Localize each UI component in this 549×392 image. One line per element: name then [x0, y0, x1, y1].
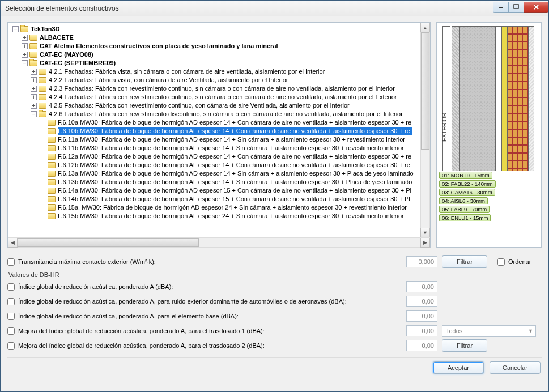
window-title: Selección de elementos constructivos: [5, 5, 493, 12]
collapse-icon[interactable]: −: [31, 111, 37, 117]
scroll-right-icon[interactable]: ▶: [420, 238, 430, 248]
folder-icon: [29, 35, 37, 41]
file-icon: [48, 171, 56, 177]
expand-icon[interactable]: +: [22, 52, 28, 58]
tree-item[interactable]: 4.2.1 Fachadas: Fábrica vista, sin cámar…: [49, 67, 325, 76]
dbhr-check-5[interactable]: [7, 342, 15, 350]
file-icon: [48, 179, 56, 185]
transmitancia-value[interactable]: [406, 256, 437, 267]
legend-item: 03: CAMA16 - 30mm: [439, 189, 495, 196]
tree-view[interactable]: −TekTon3D +ALBACETE +CAT Afelma Elemento…: [8, 23, 420, 237]
transmitancia-checkbox[interactable]: [7, 258, 15, 266]
tree-leaf[interactable]: F.6.14b MW30: Fábrica de bloque de hormi…: [58, 195, 410, 203]
tree-leaf[interactable]: F.6.14a MW30: Fábrica de bloque de hormi…: [58, 186, 411, 195]
scroll-up-icon[interactable]: ▲: [420, 23, 430, 32]
tree-leaf-selected[interactable]: F.6.10b MW30: Fábrica de bloque de hormi…: [58, 127, 412, 135]
tree-leaf[interactable]: F.6.15b MW30: Fábrica de bloque de hormi…: [58, 212, 404, 220]
dialog-footer: Aceptar Cancelar: [7, 357, 542, 374]
filtrar-button-2[interactable]: Filtrar: [442, 339, 487, 352]
tree-leaf[interactable]: F.6.11a MW30: Fábrica de bloque de hormi…: [58, 135, 405, 144]
tree-vertical-scrollbar[interactable]: ▲ ▼: [420, 23, 430, 237]
transmitancia-label: Transmitancia máxima contacto exterior (…: [18, 258, 156, 265]
titlebar[interactable]: Selección de elementos constructivos: [1, 1, 548, 16]
ordenar-checkbox[interactable]: [497, 258, 505, 266]
expand-icon[interactable]: +: [31, 69, 37, 75]
scroll-down-icon[interactable]: ▼: [420, 228, 430, 237]
ordenar-label: Ordenar: [508, 258, 531, 265]
maximize-button[interactable]: [508, 2, 524, 13]
tree-item[interactable]: 4.2.5 Fachadas: Fábrica con revestimient…: [49, 101, 350, 110]
tree-horizontal-scrollbar[interactable]: ◀ ▶: [8, 237, 430, 247]
dbhr-value-2[interactable]: [406, 296, 437, 307]
filtrar-button-1[interactable]: Filtrar: [442, 255, 487, 268]
dbhr-check-4[interactable]: [7, 327, 15, 335]
dbhr-check-3[interactable]: [7, 313, 15, 320]
dbhr-check-2[interactable]: [7, 298, 15, 305]
tree-item[interactable]: CAT-EC (SEPTIEMBRE09): [40, 59, 116, 67]
dbhr-check-1[interactable]: [7, 283, 15, 291]
transmitancia-row: Transmitancia máxima contacto exterior (…: [7, 258, 402, 266]
file-icon: [48, 196, 56, 202]
svg-rect-0: [499, 7, 503, 8]
collapse-icon[interactable]: −: [12, 26, 19, 32]
close-button[interactable]: [524, 2, 548, 13]
legend-item: 04: AISL6 - 30mm: [439, 197, 488, 204]
expand-icon[interactable]: +: [31, 94, 37, 100]
legend-item: 02: FABL22 - 140mm: [439, 180, 496, 188]
expand-icon[interactable]: +: [31, 77, 37, 83]
expand-icon[interactable]: +: [31, 86, 37, 92]
folder-icon: [29, 60, 37, 66]
expand-icon[interactable]: +: [31, 103, 37, 109]
folder-icon: [39, 103, 46, 109]
scroll-thumb[interactable]: [18, 238, 199, 247]
collapse-icon[interactable]: −: [22, 60, 28, 66]
dbhr-label-3: Índice global de reducción acústica, pon…: [18, 313, 239, 319]
tree-item[interactable]: 4.2.3 Fachadas: Fábrica con revestimient…: [49, 84, 395, 93]
tree-leaf[interactable]: F.6.10a MW30: Fábrica de bloque de hormi…: [58, 118, 411, 127]
scroll-left-icon[interactable]: ◀: [8, 238, 18, 248]
chevron-down-icon: ▼: [528, 328, 533, 334]
tree-leaf[interactable]: F.6.12a MW30: Fábrica de bloque de hormi…: [58, 152, 411, 161]
folder-icon: [39, 111, 46, 117]
dbhr-value-5[interactable]: [406, 340, 437, 351]
layer-legend: 01: MORT9 - 15mm 02: FABL22 - 140mm 03: …: [439, 171, 539, 247]
tree-item[interactable]: 4.2.2 Fachadas: Fábrica vista, con cámar…: [49, 76, 288, 84]
tree-item[interactable]: CAT-EC (MAYO08): [40, 50, 93, 59]
tree-item[interactable]: 4.2.4 Fachadas: Fábrica con revestimient…: [49, 93, 397, 101]
ordenar-row: Ordenar: [497, 258, 531, 266]
folder-icon: [39, 86, 46, 92]
tree-leaf[interactable]: F.6.15a. MW30: Fábrica de bloque de horm…: [58, 203, 407, 212]
dbhr-label-5: Mejora del índice global de reducción ac…: [18, 342, 265, 349]
trasdosado-combo[interactable]: Todos▼: [442, 325, 536, 337]
cancelar-button[interactable]: Cancelar: [490, 361, 541, 374]
expand-icon[interactable]: +: [22, 35, 28, 41]
tree-leaf[interactable]: F.6.12b MW30: Fábrica de bloque de hormi…: [58, 161, 410, 169]
file-icon: [48, 137, 56, 143]
file-icon: [48, 154, 56, 160]
tree-item[interactable]: CAT Afelma Elementos constructivos con p…: [40, 42, 278, 50]
tree-root[interactable]: TekTon3D: [31, 25, 60, 33]
tree-panel: −TekTon3D +ALBACETE +CAT Afelma Elemento…: [7, 22, 431, 248]
interior-label: INTERIOR: [540, 112, 541, 139]
legend-item: 06: ENLU1 - 15mm: [439, 214, 491, 221]
filters-panel: Transmitancia máxima contacto exterior (…: [7, 254, 542, 353]
file-icon: [48, 120, 56, 126]
file-icon: [48, 188, 56, 194]
tree-item[interactable]: 4.2.6 Fachadas: Fábrica con revestimient…: [49, 110, 403, 118]
dbhr-value-1[interactable]: [406, 281, 437, 292]
aceptar-button[interactable]: Aceptar: [433, 361, 484, 374]
tree-item[interactable]: ALBACETE: [40, 33, 74, 42]
dbhr-value-3[interactable]: [406, 310, 437, 322]
minimize-button[interactable]: [493, 2, 509, 13]
tree-leaf[interactable]: F.6.13b MW30: Fábrica de bloque de hormi…: [58, 178, 412, 186]
section-preview-panel: EXTERIOR INTERIOR 01: MORT9 - 15mm 02: F…: [436, 22, 542, 248]
expand-icon[interactable]: +: [22, 43, 28, 49]
folder-icon: [20, 26, 28, 32]
dialog-window: Selección de elementos constructivos −Te…: [0, 0, 549, 392]
scroll-thumb[interactable]: [421, 32, 429, 150]
dbhr-value-4[interactable]: [406, 325, 437, 336]
tree-leaf[interactable]: F.6.13a MW30: Fábrica de bloque de hormi…: [58, 169, 414, 178]
file-icon: [48, 162, 56, 168]
folder-icon: [39, 69, 46, 75]
tree-leaf[interactable]: F.6.11b MW30: Fábrica de bloque de hormi…: [58, 144, 404, 152]
